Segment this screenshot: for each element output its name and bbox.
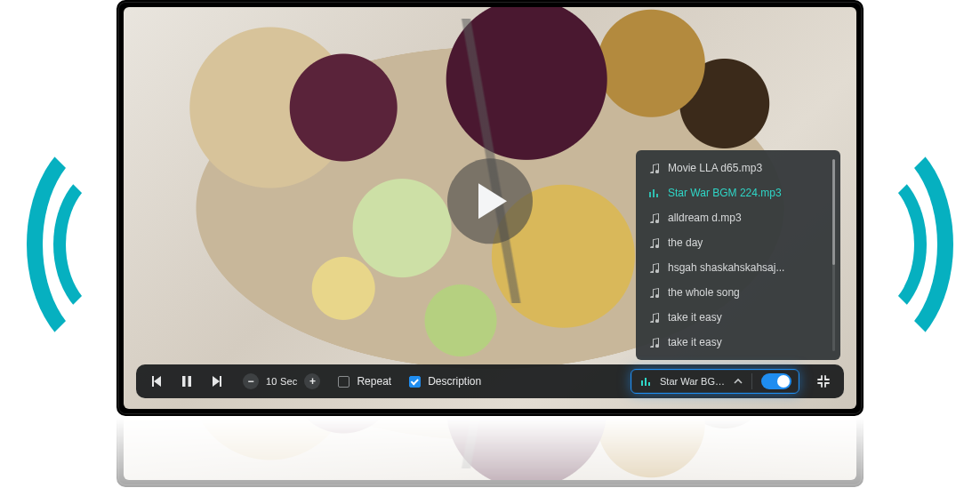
prev-track-button[interactable] xyxy=(147,372,166,391)
seek-increase-button[interactable]: + xyxy=(304,373,320,389)
playlist-item[interactable]: Star War BGM 224.mp3 xyxy=(636,180,839,205)
svg-rect-2 xyxy=(656,194,658,197)
skip-next-icon xyxy=(210,374,224,388)
playlist-item[interactable]: Movie LLA d65.mp3 xyxy=(636,156,839,180)
svg-rect-3 xyxy=(641,380,643,386)
playlist-item-label: hsgah shaskahskahsaj... xyxy=(668,261,784,274)
exit-fullscreen-button[interactable] xyxy=(814,372,833,391)
skip-previous-icon xyxy=(149,374,164,388)
play-icon xyxy=(475,181,510,220)
control-bar: − 10 Sec + Repeat Description Star War B… xyxy=(136,364,844,398)
equalizer-icon xyxy=(648,188,659,198)
minimize-icon xyxy=(816,374,831,388)
svg-rect-5 xyxy=(648,382,650,386)
playlist-item-label: take it easy xyxy=(668,311,722,324)
playlist-item[interactable]: the day xyxy=(636,230,839,255)
playlist-item[interactable]: take it easy xyxy=(636,330,839,355)
description-checkbox[interactable] xyxy=(409,376,421,388)
playlist-item-label: the day xyxy=(668,236,703,249)
seek-step-label: 10 Sec xyxy=(266,376,297,387)
music-note-icon xyxy=(648,237,659,248)
music-note-icon xyxy=(648,312,659,323)
seek-decrease-button[interactable]: − xyxy=(243,373,259,389)
device-frame: Movie LLA d65.mp3Star War BGM 224.mp3all… xyxy=(116,0,864,416)
pill-divider xyxy=(751,373,752,389)
svg-rect-1 xyxy=(653,189,655,197)
playlist-item[interactable]: hsgah shaskahskahsaj... xyxy=(636,255,839,280)
playlist-item[interactable]: take it easy xyxy=(636,305,839,330)
playlist-item[interactable]: alldream d.mp3 xyxy=(636,205,839,230)
music-note-icon xyxy=(648,337,659,348)
playlist-item-label: alldream d.mp3 xyxy=(668,212,742,224)
music-note-icon xyxy=(648,163,659,173)
playlist-item-label: Movie LLA d65.mp3 xyxy=(668,162,762,174)
playlist-item-label: the whole song xyxy=(668,286,740,299)
equalizer-icon xyxy=(640,376,651,387)
seek-step-group: − 10 Sec + xyxy=(243,373,320,389)
music-note-icon xyxy=(648,212,659,223)
svg-rect-0 xyxy=(649,192,651,197)
music-note-icon xyxy=(648,287,659,298)
current-track-selector[interactable]: Star War BGM 22... xyxy=(631,369,799,394)
playlist-item[interactable]: the whole song xyxy=(636,280,839,305)
current-track-name: Star War BGM 22... xyxy=(660,376,725,387)
description-group: Description xyxy=(409,375,481,388)
playlist-scrollbar[interactable] xyxy=(832,159,835,351)
description-label[interactable]: Description xyxy=(428,375,481,388)
svg-rect-4 xyxy=(645,378,647,386)
music-toggle[interactable] xyxy=(761,373,791,389)
next-track-button[interactable] xyxy=(207,372,227,391)
play-button[interactable] xyxy=(447,158,533,244)
pause-icon xyxy=(180,374,194,388)
pause-button[interactable] xyxy=(177,372,197,391)
video-canvas: Movie LLA d65.mp3Star War BGM 224.mp3all… xyxy=(124,7,856,409)
repeat-group: Repeat xyxy=(338,375,391,388)
playlist-item-label: Star War BGM 224.mp3 xyxy=(668,187,782,199)
playlist-item-label: take it easy xyxy=(668,336,722,348)
music-note-icon xyxy=(648,262,659,273)
repeat-label[interactable]: Repeat xyxy=(357,375,391,388)
chevron-up-icon xyxy=(734,377,743,386)
screen-reflection: −10 Sec+ Repeat Description Star War BGM… xyxy=(116,418,864,487)
repeat-checkbox[interactable] xyxy=(338,376,349,388)
playlist-popup[interactable]: Movie LLA d65.mp3Star War BGM 224.mp3all… xyxy=(636,150,840,360)
